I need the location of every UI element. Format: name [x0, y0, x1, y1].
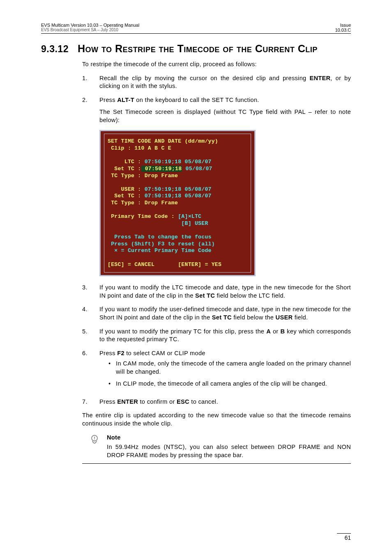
section-number: 9.3.12 — [41, 44, 69, 55]
screen-title: SET TIME CODE AND DATE (dd/mm/yy) — [108, 138, 218, 144]
page-header: EVS Multicam Version 10.03 – Operating M… — [41, 23, 351, 34]
step-3: 3. If you want to modify the LTC timecod… — [82, 284, 351, 300]
header-title: EVS Multicam Version 10.03 – Operating M… — [41, 23, 139, 28]
note-body: In 59.94Hz modes (NTSC), you can also se… — [107, 444, 351, 458]
step-4: 4. If you want to modify the user-define… — [82, 305, 351, 321]
step-6-bullets: In CAM mode, only the timecode of the ca… — [108, 360, 351, 388]
svg-point-2 — [94, 439, 95, 440]
set-timecode-screen-content: SET TIME CODE AND DATE (dd/mm/yy) Clip :… — [104, 134, 251, 273]
section-heading: 9.3.12 How to Restripe the Timecode of t… — [41, 43, 351, 55]
step-7: 7. Press ENTER to confirm or ESC to canc… — [82, 398, 351, 406]
steps-list: 1. Recall the clip by moving the cursor … — [82, 74, 351, 125]
header-subline: EVS Broadcast Equipment SA – July 2010 — [41, 28, 139, 32]
note-block: Note In 59.94Hz modes (NTSC), you can al… — [82, 434, 351, 464]
step-2: 2. Press ALT-T on the keyboard to call t… — [82, 96, 351, 125]
header-issue-label: Issue — [335, 23, 351, 28]
note-icon — [82, 434, 107, 460]
step-5: 5. If you want to modify the primary TC … — [82, 328, 351, 344]
page-number: 61 — [337, 533, 351, 541]
closing-text: The entire clip is updated according to … — [82, 412, 351, 428]
screen-enter: [ENTER] = YES — [178, 261, 221, 268]
section-title: How to Restripe the Timecode of the Curr… — [78, 43, 318, 55]
step-1: 1. Recall the clip by moving the cursor … — [82, 74, 351, 90]
header-issue-value: 10.03.C — [335, 28, 351, 32]
step-6: 6. Press F2 to select CAM or CLIP mode I… — [82, 349, 351, 392]
intro-text: To restripe the timecode of the current … — [82, 60, 351, 69]
set-timecode-screen: SET TIME CODE AND DATE (dd/mm/yy) Clip :… — [99, 130, 256, 276]
screen-esc: [ESC] = CANCEL — [108, 261, 154, 268]
screen-clip: Clip : 110 A B C E — [111, 145, 171, 151]
note-heading: Note — [107, 434, 351, 442]
steps-list-cont: 3. If you want to modify the LTC timecod… — [82, 284, 351, 406]
